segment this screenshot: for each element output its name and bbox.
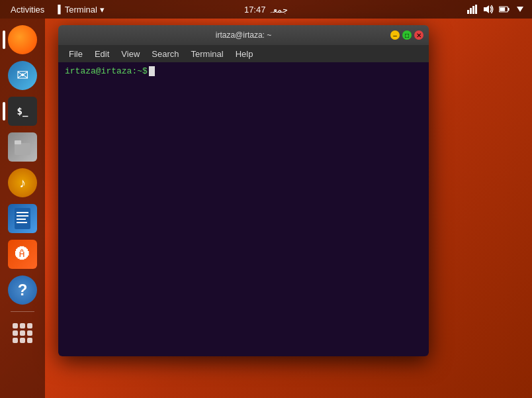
svg-rect-15 <box>17 222 27 223</box>
svg-rect-9 <box>15 143 30 155</box>
svg-marker-8 <box>517 7 523 12</box>
svg-rect-7 <box>500 7 505 11</box>
svg-rect-0 <box>467 10 469 14</box>
volume-icon[interactable] <box>483 4 494 15</box>
terminal-menubar: File Edit View Search Terminal Help <box>58 45 429 62</box>
topbar: Activities ▐ Terminal ▾ جمعہ 17:47 <box>0 0 532 19</box>
svg-rect-6 <box>508 8 510 11</box>
dock-item-libreoffice[interactable] <box>7 203 38 234</box>
terminal-icon: $_ <box>8 97 37 126</box>
dock: ✉ $_ ♪ 🅐 <box>0 19 45 398</box>
clock: جمعہ 17:47 <box>244 5 288 15</box>
svg-rect-12 <box>17 212 28 213</box>
cursor <box>149 66 155 76</box>
system-menu-icon[interactable] <box>515 4 525 15</box>
dock-item-software[interactable]: 🅐 <box>7 238 38 270</box>
dock-item-help[interactable]: ? <box>7 274 38 306</box>
terminal-body[interactable]: irtaza@irtaza:~$ <box>58 62 429 356</box>
close-button[interactable]: ✕ <box>414 30 423 40</box>
svg-rect-14 <box>17 219 26 220</box>
menu-help[interactable]: Help <box>230 48 259 60</box>
app-menu-button[interactable]: Terminal ▾ <box>65 5 105 15</box>
terminal-titlebar: irtaza@irtaza: ~ – □ ✕ <box>58 25 429 45</box>
window-controls: – □ ✕ <box>390 30 423 40</box>
prompt-line: irtaza@irtaza:~$ <box>65 66 422 76</box>
svg-marker-4 <box>484 5 489 13</box>
dock-item-appgrid[interactable] <box>7 317 38 349</box>
terminal-window: irtaza@irtaza: ~ – □ ✕ File Edit View Se… <box>58 25 429 356</box>
minimize-button[interactable]: – <box>390 30 400 40</box>
menu-search[interactable]: Search <box>146 48 184 60</box>
files-icon <box>8 132 37 162</box>
svg-rect-2 <box>472 6 474 14</box>
menu-edit[interactable]: Edit <box>89 48 114 60</box>
network-icon[interactable] <box>467 4 478 15</box>
terminal-title: irtaza@irtaza: ~ <box>216 30 272 40</box>
dock-divider <box>11 311 34 312</box>
help-icon: ? <box>8 275 37 305</box>
dock-item-thunderbird[interactable]: ✉ <box>7 60 38 91</box>
menu-view[interactable]: View <box>116 48 145 60</box>
system-tray <box>467 4 525 15</box>
thunderbird-icon: ✉ <box>8 61 37 90</box>
battery-icon[interactable] <box>499 4 510 15</box>
svg-rect-10 <box>15 140 21 144</box>
svg-rect-13 <box>17 215 28 217</box>
libreoffice-icon <box>8 204 37 233</box>
prompt-text: irtaza@irtaza:~$ <box>65 66 148 76</box>
dock-item-terminal[interactable]: $_ <box>7 95 38 127</box>
svg-rect-1 <box>470 8 472 14</box>
dock-item-rhythmbox[interactable]: ♪ <box>7 167 38 199</box>
menu-file[interactable]: File <box>64 48 88 60</box>
appgrid-icon <box>8 319 37 348</box>
dock-item-firefox[interactable] <box>7 24 38 56</box>
firefox-icon <box>8 25 37 54</box>
rhythmbox-icon: ♪ <box>8 168 37 197</box>
activities-button[interactable]: Activities <box>7 3 48 16</box>
menu-terminal[interactable]: Terminal <box>186 48 229 60</box>
dock-item-files[interactable] <box>7 131 38 163</box>
svg-rect-3 <box>475 5 477 14</box>
maximize-button[interactable]: □ <box>402 30 412 40</box>
topbar-left: Activities ▐ Terminal ▾ <box>7 3 105 16</box>
software-icon: 🅐 <box>8 240 37 269</box>
